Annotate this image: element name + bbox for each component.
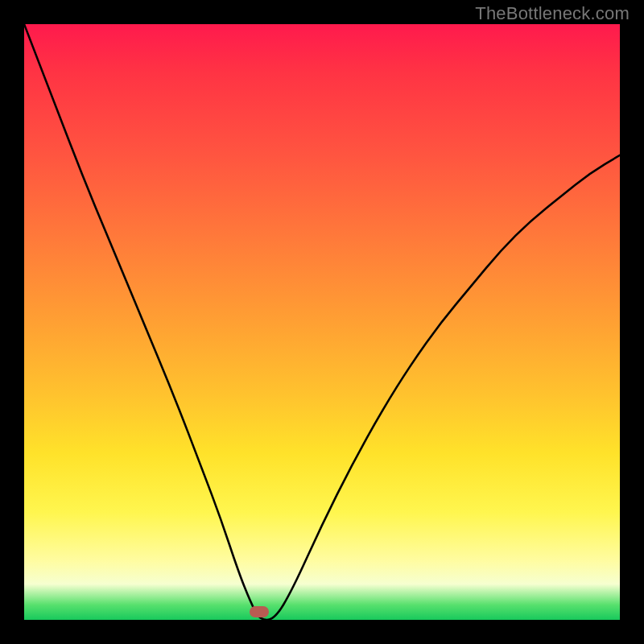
chart-frame: TheBottleneck.com [0, 0, 644, 644]
optimal-marker [250, 606, 269, 617]
bottleneck-curve-path [24, 24, 620, 620]
bottleneck-curve [24, 24, 620, 620]
plot-area [24, 24, 620, 620]
watermark-text: TheBottleneck.com [475, 3, 630, 24]
